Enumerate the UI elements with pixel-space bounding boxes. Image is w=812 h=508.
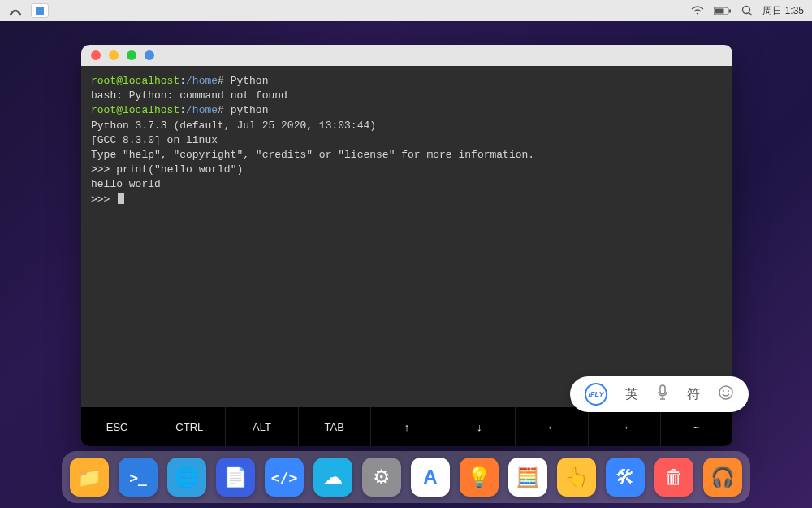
close-icon[interactable] [91, 50, 101, 60]
key-up[interactable]: ↑ [371, 407, 443, 446]
terminal-line: Type "help", "copyright", "credits" or "… [91, 148, 723, 163]
prompt-symbol: # [218, 104, 231, 116]
clock-text[interactable]: 周日 1:35 [762, 4, 804, 18]
prompt-path: /home [186, 75, 218, 87]
terminal-line: >>> [91, 193, 723, 207]
dock-icon-tips[interactable]: 💡 [460, 458, 499, 497]
terminal-titlebar[interactable] [81, 45, 732, 66]
dock-icon-music[interactable]: 🎧 [703, 458, 742, 497]
extra-window-icon[interactable] [145, 50, 154, 60]
key-tilde[interactable]: ~ [661, 407, 732, 446]
svg-line-4 [749, 13, 752, 15]
minimize-icon[interactable] [109, 50, 119, 60]
ime-symbol-button[interactable]: 符 [687, 386, 700, 403]
maximize-icon[interactable] [127, 50, 136, 60]
cmd-text: Python [231, 75, 269, 87]
dock-icon-appstore[interactable]: A [411, 458, 450, 497]
home-tab-icon[interactable] [8, 5, 23, 16]
svg-point-6 [719, 386, 732, 399]
dock-icon-calculator[interactable]: 🧮 [508, 458, 547, 497]
key-right[interactable]: → [589, 407, 661, 446]
battery-icon [714, 7, 732, 15]
dock-icon-editor[interactable]: 📄 [216, 458, 255, 497]
key-ctrl[interactable]: CTRL [153, 407, 226, 446]
svg-rect-2 [729, 9, 731, 12]
dock-icon-tools[interactable]: 🛠 [606, 458, 645, 497]
key-esc[interactable]: ESC [81, 407, 153, 446]
svg-rect-1 [715, 8, 724, 13]
prompt-user: root@localhost [91, 104, 179, 116]
cursor-block [118, 193, 124, 204]
ime-language-button[interactable]: 英 [625, 386, 638, 403]
svg-rect-5 [660, 385, 665, 394]
prompt-user: root@localhost [91, 75, 179, 87]
dock-icon-devtool[interactable]: </> [265, 458, 304, 497]
emoji-icon[interactable] [718, 384, 734, 404]
prompt-symbol: # [218, 75, 231, 87]
search-icon[interactable] [741, 5, 753, 16]
keyboard-helper-bar: ESC CTRL ALT TAB ↑ ↓ ← → ~ [81, 407, 732, 446]
active-app-tab[interactable] [31, 3, 49, 18]
terminal-line: root@localhost:/home# python [91, 103, 723, 118]
cmd-text: python [231, 104, 269, 116]
wifi-icon[interactable] [691, 6, 704, 15]
py-code: print("hello world") [116, 163, 243, 176]
dock-icon-trash[interactable]: 🗑 [654, 458, 693, 497]
terminal-line: Python 3.7.3 (default, Jul 25 2020, 13:0… [91, 119, 723, 133]
py-prompt: >>> [91, 193, 116, 206]
svg-point-3 [743, 7, 750, 14]
mic-icon[interactable] [656, 384, 669, 404]
terminal-line: hello world [91, 177, 723, 192]
ime-toolbar[interactable]: iFLY 英 符 [570, 376, 749, 412]
terminal-line: root@localhost:/home# Python [91, 74, 723, 89]
dock-icon-browser[interactable]: 🌐 [167, 458, 206, 497]
py-prompt: >>> [91, 163, 116, 176]
svg-point-8 [728, 390, 729, 392]
terminal-line: [GCC 8.3.0] on linux [91, 133, 723, 148]
prompt-path: /home [186, 104, 218, 116]
terminal-line: bash: Python: command not found [91, 89, 723, 103]
key-tab[interactable]: TAB [299, 407, 371, 446]
dock-icon-terminal[interactable]: >_ [119, 458, 158, 497]
dock-icon-pointer[interactable]: 👆 [557, 458, 596, 497]
status-bar: 周日 1:35 [0, 0, 812, 21]
dock-icon-files[interactable]: 📁 [70, 458, 109, 497]
svg-point-7 [723, 390, 724, 392]
key-left[interactable]: ← [516, 407, 588, 446]
dock: 📁>_🌐📄</>☁⚙A💡🧮👆🛠🗑🎧 [62, 451, 750, 503]
terminal-line: >>> print("hello world") [91, 163, 723, 177]
dock-icon-settings[interactable]: ⚙ [362, 458, 401, 497]
ime-logo-icon[interactable]: iFLY [585, 383, 607, 406]
key-down[interactable]: ↓ [443, 407, 516, 446]
dock-icon-cloud[interactable]: ☁ [313, 458, 352, 497]
terminal-body[interactable]: root@localhost:/home# Python bash: Pytho… [81, 66, 732, 407]
prompt-sep: : [179, 104, 186, 116]
prompt-sep: : [179, 75, 186, 87]
key-alt[interactable]: ALT [226, 407, 298, 446]
